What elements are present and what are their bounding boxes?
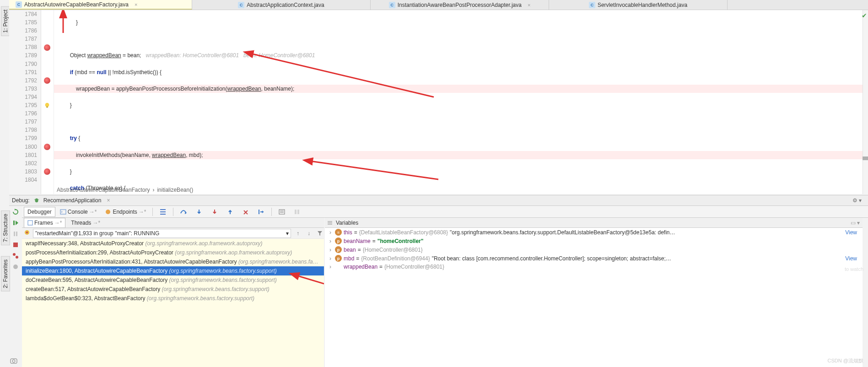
svg-rect-8 [60,210,66,214]
svg-rect-14 [14,232,15,236]
svg-rect-16 [13,243,18,247]
svg-point-17 [13,253,16,256]
camera-icon[interactable] [10,357,17,365]
breakpoint-icon[interactable] [44,144,50,150]
rerun-icon[interactable] [11,208,20,216]
stop-icon[interactable] [11,241,20,249]
expand-icon[interactable]: › [328,238,333,244]
mute-breakpoints-icon[interactable] [11,263,20,271]
next-frame-icon[interactable]: ↓ [305,229,313,237]
svg-point-24 [26,232,28,233]
svg-point-18 [16,256,18,259]
stack-frame[interactable]: initializeBean:1800, AbstractAutowireCap… [22,266,324,275]
variables-icon [327,220,333,226]
view-link[interactable]: View [845,229,860,236]
svg-point-21 [12,360,15,362]
debug-title-bar: Debug: RecommendApplication × ⚙ ▾ [9,195,868,206]
expand-icon[interactable]: › [328,264,333,270]
frames-header: Frames→* Threads→* [22,218,324,228]
svg-rect-12 [297,210,299,214]
tab-1[interactable]: CAbstractApplicationContext.java [192,0,371,10]
breadcrumb[interactable]: AbstractAutowireCapableBeanFactory›initi… [57,185,193,194]
frames-list[interactable]: wrapIfNecessary:348, AbstractAutoProxyCr… [22,239,324,367]
watch-hint: to watch [845,266,863,272]
code-area[interactable]: } Object wrappedBean = bean; wrappedBean… [54,10,868,194]
sidetab-favorites[interactable]: 2: Favorites [1,256,10,291]
breakpoint-icon[interactable] [44,44,50,51]
expand-icon[interactable]: › [328,229,333,236]
tab-3[interactable]: CServletInvocableHandlerMethod.java [549,0,728,10]
breakpoint-icon[interactable] [44,168,50,175]
filter-icon[interactable] [316,229,324,237]
variable-row[interactable]: ›≡ this = {DefaultListableBeanFactory@68… [325,228,863,237]
variables-panel[interactable]: ›≡ this = {DefaultListableBeanFactory@68… [325,228,863,367]
svg-point-9 [106,210,110,214]
thread-selector-row: "restartedMain"@1,933 in group "main": R… [22,228,324,239]
tab-0[interactable]: CAbstractAutowireCapableBeanFactory.java… [9,0,192,10]
variable-row[interactable]: ›p bean = {HomeController@6801} [325,245,863,254]
svg-rect-13 [13,221,15,225]
run-to-cursor-icon[interactable] [254,207,269,217]
watermark: CSDN @流烟默 [828,357,863,364]
run-config-name[interactable]: RecommendApplication [43,197,102,204]
force-step-into-icon[interactable] [207,207,222,217]
step-over-icon[interactable] [176,207,191,217]
frames-tab[interactable]: Frames→* [24,218,65,228]
stack-frame[interactable]: doCreateBean:595, AbstractAutowireCapabl… [22,275,324,285]
variable-row[interactable]: ›p mbd = {RootBeanDefinition@6944} "Root… [325,254,863,263]
breakpoint-icon[interactable] [44,77,50,84]
stack-frame[interactable]: postProcessAfterInitialization:299, Abst… [22,248,324,257]
view-link[interactable]: View [845,255,860,262]
code-editor[interactable]: 1784178517861787178817891790179117921793… [9,10,868,194]
drop-frame-icon[interactable] [238,207,253,217]
prev-frame-icon[interactable]: ↑ [294,229,302,237]
svg-point-19 [13,264,18,269]
variables-header: Variables ▭ ▾ [325,218,863,228]
java-file-icon: C [16,1,22,8]
trace-icon[interactable] [290,207,305,217]
view-breakpoints-icon[interactable] [11,252,20,260]
step-out-icon[interactable] [223,207,237,217]
gear-icon[interactable]: ⚙ ▾ [852,197,862,204]
gutter-marks [41,10,54,194]
stack-frame[interactable]: lambda$doGetBean$0:323, AbstractBeanFact… [22,294,324,303]
breadcrumb-method[interactable]: initializeBean() [157,187,193,193]
pause-icon[interactable] [11,230,20,238]
tab-console[interactable]: Console→* [56,207,101,217]
expand-icon[interactable]: › [328,255,333,262]
editor-tabs: CAbstractAutowireCapableBeanFactory.java… [9,0,868,10]
stack-frame[interactable]: wrapIfNecessary:348, AbstractAutoProxyCr… [22,239,324,248]
sidetab-project[interactable]: 1: Project [1,6,10,36]
tab-endpoints[interactable]: Endpoints→* [101,207,150,217]
step-into-icon[interactable] [192,207,206,217]
close-icon[interactable]: × [107,197,110,204]
layout-icon[interactable]: ▭ ▾ [851,220,863,226]
tab-2[interactable]: CInstantiationAwareBeanPostProcessorAdap… [371,0,549,10]
close-icon[interactable]: × [135,2,137,7]
resume-icon[interactable] [11,219,20,227]
bulb-icon[interactable] [44,102,50,108]
sidetab-structure[interactable]: 7: Structure [1,210,10,245]
thread-dropdown[interactable]: "restartedMain"@1,933 in group "main": R… [33,229,291,238]
breadcrumb-class[interactable]: AbstractAutowireCapableBeanFactory [57,187,150,193]
editor-scroll-marker[interactable]: ✔ [863,10,868,194]
variable-row[interactable]: › wrappedBean = {HomeController@6801} [325,263,863,271]
debug-run-controls [10,208,21,271]
tab-debugger[interactable]: Debugger [24,207,55,217]
check-icon: ✔ [862,12,867,19]
bug-icon [33,197,40,205]
evaluate-icon[interactable] [275,207,289,217]
close-icon[interactable]: × [528,2,530,8]
show-execution-point-icon[interactable] [156,207,170,217]
chevron-down-icon: ▾ [286,230,289,237]
stack-frame[interactable]: applyBeanPostProcessorsAfterInitializati… [22,257,324,266]
svg-rect-15 [16,232,17,236]
svg-point-0 [45,103,49,107]
scroll-thumb[interactable] [863,157,868,160]
stack-frame[interactable]: createBean:517, AbstractAutowireCapableB… [22,285,324,294]
svg-rect-10 [279,210,285,214]
variable-row[interactable]: ›p beanName = "homeController" [325,237,863,245]
expand-icon[interactable]: › [328,247,333,253]
threads-tab[interactable]: Threads→* [67,218,104,228]
debug-toolbar: Debugger Console→* Endpoints→* [22,206,868,218]
